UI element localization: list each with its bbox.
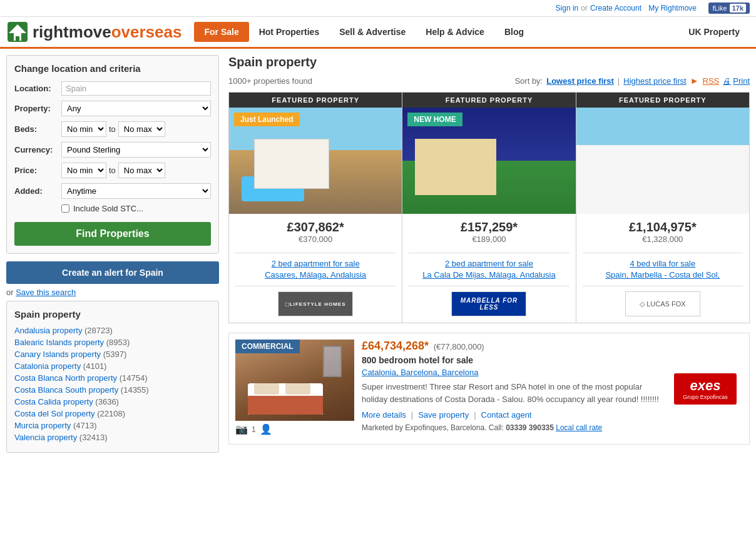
- call-label: Call:: [489, 423, 504, 432]
- nav-for-sale[interactable]: For Sale: [194, 22, 248, 42]
- person-icon: 👤: [260, 423, 272, 435]
- added-select-wrap: Anytime: [61, 183, 211, 199]
- prop-link-1[interactable]: 2 bed apartment for sale Casares, Málaga…: [265, 258, 366, 281]
- list-item: Canary Islands property (5397): [14, 350, 211, 359]
- agent-logo-3[interactable]: ◇ LUCAS FOX: [625, 291, 700, 316]
- featured-header-1: FEATURED PROPERTY: [229, 93, 402, 108]
- printer-icon: 🖨: [723, 76, 731, 86]
- region-catalonia[interactable]: Catalonia property: [14, 361, 81, 371]
- listing-price-gbp: £64,734,268*: [362, 340, 429, 352]
- signin-link[interactable]: Sign in: [556, 4, 579, 13]
- more-details-link[interactable]: More details: [362, 410, 406, 420]
- nav-blog[interactable]: Blog: [494, 22, 534, 42]
- listing-body: £64,734,268* (€77,800,000) 800 bedroom h…: [362, 340, 660, 438]
- region-valencia-count: (32413): [79, 433, 108, 442]
- agent-logo-1[interactable]: □ LIFESTYLE HOMES: [278, 291, 353, 316]
- divider-2b: [409, 286, 569, 286]
- region-costa-del-sol[interactable]: Costa del Sol property: [14, 409, 95, 418]
- agent-logo-icon-1: □: [285, 301, 290, 308]
- list-item: Balearic Islands property (8953): [14, 338, 211, 347]
- agent-logo-2[interactable]: MARBELLA FOR LESS: [451, 291, 526, 316]
- facebook-like[interactable]: f Like 17k: [708, 3, 750, 14]
- page-title: Spain property: [228, 55, 750, 69]
- bed-pillow-1: [254, 383, 279, 395]
- price-gbp-2: £157,259*: [461, 220, 518, 234]
- listing-location-link[interactable]: Catalonia, Barcelona, Barcelona: [362, 368, 660, 377]
- nav-sell-advertise[interactable]: Sell & Advertise: [329, 22, 416, 42]
- contact-agent-link[interactable]: Contact agent: [481, 410, 532, 420]
- search-box: Change location and criteria Location: P…: [6, 55, 219, 254]
- featured-card-1: FEATURED PROPERTY Just Launched £307,862…: [229, 93, 402, 323]
- added-select[interactable]: Anytime: [61, 183, 211, 199]
- listing-title: 800 bedroom hotel for sale: [362, 355, 660, 365]
- prop-link-3[interactable]: 4 bed villa for sale Spain, Marbella - C…: [605, 258, 720, 281]
- save-property-link[interactable]: Save property: [418, 410, 469, 420]
- sort-lowest-link[interactable]: Lowest price first: [546, 76, 614, 86]
- list-item: Andalusia property (28723): [14, 326, 211, 335]
- region-balearic-count: (8953): [106, 338, 130, 347]
- prop-link-2[interactable]: 2 bed apartment for sale La Cala De Mija…: [422, 258, 555, 281]
- print-label: Print: [733, 76, 750, 86]
- region-andalusia-count: (28723): [84, 326, 113, 335]
- price-max-select[interactable]: No max: [118, 163, 165, 178]
- find-properties-button[interactable]: Find Properties: [14, 222, 211, 246]
- property-image-3: [576, 108, 749, 214]
- create-alert-button[interactable]: Create an alert for Spain: [6, 261, 219, 284]
- listing-actions: More details | Save property | Contact a…: [362, 410, 660, 420]
- nav-help-advice[interactable]: Help & Advice: [416, 22, 494, 42]
- save-search-link[interactable]: Save this search: [16, 288, 76, 297]
- listing-img-wrap: COMMERCIAL 📷 1 👤: [235, 340, 354, 438]
- results-count: 1000+ properties found: [228, 76, 312, 86]
- list-item: Costa Calida property (3636): [14, 397, 211, 406]
- sort-bar: Sort by: Lowest price first | Highest pr…: [514, 76, 750, 86]
- phone-number: 03339 390335: [506, 423, 554, 432]
- commercial-listing: COMMERCIAL 📷 1 👤 £64,734,268* (€77,800,0…: [228, 333, 750, 445]
- location-row: Location:: [14, 81, 211, 96]
- or-sep: or: [581, 4, 588, 13]
- region-costa-blanca-north[interactable]: Costa Blanca North property: [14, 373, 117, 383]
- local-rate-link[interactable]: Local call rate: [556, 423, 602, 432]
- create-account-link[interactable]: Create Account: [590, 4, 641, 13]
- new-home-badge: NEW HOME: [407, 113, 462, 126]
- nav-hot-properties[interactable]: Hot Properties: [249, 22, 329, 42]
- listing-description: Super investment! Three star Resort and …: [362, 381, 660, 405]
- prop-type-3: 4 bed villa for sale: [630, 259, 695, 268]
- region-andalusia[interactable]: Andalusia property: [14, 326, 82, 335]
- prop-type-1: 2 bed apartment for sale: [272, 259, 360, 268]
- featured-img-1[interactable]: Just Launched: [229, 108, 402, 214]
- sort-highest-link[interactable]: Highest price first: [623, 76, 686, 86]
- prop-location-3: Spain, Marbella - Costa del Sol,: [605, 270, 720, 280]
- featured-header-3: FEATURED PROPERTY: [576, 93, 749, 108]
- print-link[interactable]: 🖨 Print: [723, 76, 750, 86]
- include-sold-checkbox[interactable]: [61, 204, 69, 213]
- beds-max-select[interactable]: No max: [118, 121, 165, 137]
- main-nav: rightmoveoverseas For Sale Hot Propertie…: [0, 17, 756, 49]
- nav-uk-property[interactable]: UK Property: [678, 22, 750, 42]
- featured-img-3[interactable]: [576, 108, 749, 214]
- location-input[interactable]: [61, 81, 211, 96]
- beds-min-select[interactable]: No min: [61, 121, 106, 137]
- price-row: Price: No min to No max: [14, 163, 211, 178]
- price-min-select[interactable]: No min: [61, 163, 106, 178]
- my-rightmove-link[interactable]: My Rightmove: [648, 4, 697, 13]
- region-costa-blanca-south[interactable]: Costa Blanca South property: [14, 385, 118, 395]
- top-bar: Sign in or Create Account My Rightmove f…: [0, 0, 756, 17]
- featured-img-2[interactable]: NEW HOME: [402, 108, 575, 214]
- currency-select[interactable]: Pound Sterling: [61, 142, 211, 158]
- region-cb-north-count: (14754): [120, 373, 148, 383]
- logo[interactable]: rightmoveoverseas: [6, 21, 181, 43]
- region-canary[interactable]: Canary Islands property: [14, 350, 101, 359]
- agent-logo-exes[interactable]: exes Grupo Expofincas: [674, 373, 737, 405]
- region-costa-calida[interactable]: Costa Calida property: [14, 397, 93, 406]
- region-murcia[interactable]: Murcia property: [14, 421, 71, 430]
- listing-inner: COMMERCIAL 📷 1 👤 £64,734,268* (€77,800,0…: [229, 333, 749, 444]
- property-select[interactable]: Any: [61, 101, 211, 116]
- list-item: Costa Blanca North property (14754): [14, 373, 211, 383]
- rss-link[interactable]: RSS: [703, 76, 720, 86]
- region-valencia[interactable]: Valencia property: [14, 433, 77, 442]
- featured-card-3: FEATURED PROPERTY £1,104,975* €1,328,000…: [576, 93, 749, 323]
- agent-name-1: LIFESTYLE HOMES: [290, 301, 346, 307]
- logo-rightmove: rightmove: [33, 23, 111, 42]
- region-balearic[interactable]: Balearic Islands property: [14, 338, 104, 347]
- include-sold-label: Include Sold STC...: [73, 204, 143, 213]
